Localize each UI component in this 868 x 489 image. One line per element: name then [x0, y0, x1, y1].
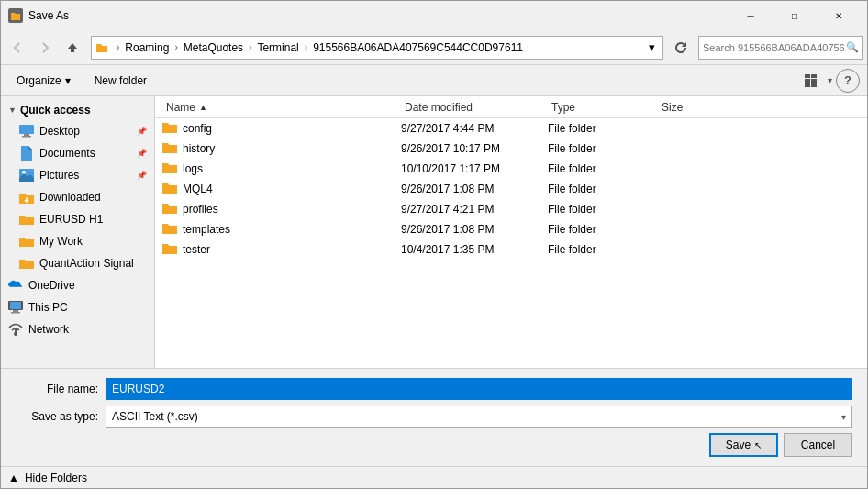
- filename-input[interactable]: [106, 378, 852, 400]
- save-button[interactable]: Save ↖: [709, 433, 778, 457]
- save-cursor-icon: ↖: [754, 440, 762, 450]
- downloaded-folder-icon: [19, 190, 34, 205]
- address-bar[interactable]: › Roaming › MetaQuotes › Terminal › 9155…: [91, 36, 663, 60]
- search-box[interactable]: 🔍: [698, 36, 863, 60]
- breadcrumb-arrow-3: ›: [249, 42, 251, 52]
- table-row[interactable]: history 9/26/2017 10:17 PM File folder: [155, 139, 867, 159]
- sidebar-item-mywork[interactable]: My Work: [1, 230, 154, 252]
- sidebar-desktop-label: Desktop: [39, 125, 135, 138]
- svg-rect-12: [10, 302, 21, 309]
- svg-rect-6: [19, 125, 34, 134]
- svg-rect-1: [811, 74, 817, 78]
- sidebar-pictures-label: Pictures: [39, 169, 135, 182]
- file-name: MQL4: [183, 183, 213, 195]
- pin-icon-documents: 📌: [137, 149, 147, 158]
- maximize-button[interactable]: □: [773, 2, 816, 29]
- file-type: File folder: [548, 243, 596, 256]
- file-type: File folder: [548, 223, 596, 236]
- hide-folders-label: Hide Folders: [25, 472, 87, 484]
- file-type: File folder: [548, 203, 596, 216]
- quick-access-chevron-icon: ▼: [8, 106, 17, 115]
- bottom-form-area: File name: Save as type: ASCII Text (*.c…: [1, 368, 867, 466]
- back-button[interactable]: [5, 35, 30, 61]
- breadcrumb-roaming[interactable]: [95, 42, 111, 53]
- organize-button[interactable]: Organize ▾: [8, 69, 79, 93]
- address-dropdown-button[interactable]: ▾: [644, 38, 659, 58]
- filename-label: File name:: [16, 383, 98, 395]
- sidebar-onedrive-label: OneDrive: [28, 279, 147, 292]
- breadcrumb-arrow-4: ›: [305, 42, 307, 52]
- sidebar-item-downloaded[interactable]: Downloaded: [1, 186, 154, 208]
- folder-icon: [162, 242, 177, 257]
- saveastype-label: Save as type:: [16, 410, 98, 423]
- table-row[interactable]: profiles 9/27/2017 4:21 PM File folder: [155, 199, 867, 219]
- file-type: File folder: [548, 142, 596, 155]
- sidebar-item-quantaction[interactable]: QuantAction Signal: [1, 252, 154, 274]
- file-date: 9/27/2017 4:21 PM: [401, 203, 494, 216]
- column-header-date[interactable]: Date modified: [401, 96, 548, 117]
- view-dropdown-arrow[interactable]: ▾: [828, 75, 832, 85]
- sidebar-item-eurusd[interactable]: EURUSD H1: [1, 208, 154, 230]
- sidebar-item-onedrive[interactable]: OneDrive: [1, 274, 154, 296]
- forward-button[interactable]: [32, 35, 58, 61]
- folder-icon: [162, 182, 177, 196]
- main-content: ▼ Quick access Desktop 📌 Documents 📌: [1, 96, 867, 368]
- file-list-header: Name ▲ Date modified Type Size: [155, 96, 867, 118]
- table-row[interactable]: logs 10/10/2017 1:17 PM File folder: [155, 159, 867, 179]
- breadcrumb-item-metaquotes[interactable]: MetaQuotes: [184, 41, 243, 54]
- breadcrumb-item-roaming[interactable]: Roaming: [125, 41, 169, 54]
- minimize-button[interactable]: ─: [729, 2, 772, 29]
- pin-icon-pictures: 📌: [137, 171, 147, 180]
- column-header-name[interactable]: Name ▲: [162, 96, 401, 117]
- search-input[interactable]: [703, 42, 846, 53]
- breadcrumb-arrow-1: ›: [117, 42, 119, 52]
- sidebar-item-desktop[interactable]: Desktop 📌: [1, 120, 154, 142]
- thispc-icon: [8, 300, 23, 315]
- help-button[interactable]: ?: [836, 69, 860, 93]
- quantaction-folder-icon: [19, 256, 34, 271]
- breadcrumb-item-guid[interactable]: 915566BA06ADA407569C544CC0D97611: [313, 41, 523, 54]
- table-row[interactable]: tester 10/4/2017 1:35 PM File folder: [155, 239, 867, 260]
- svg-rect-5: [811, 83, 817, 87]
- up-button[interactable]: [60, 35, 85, 61]
- refresh-button[interactable]: [669, 36, 693, 60]
- sidebar-item-network[interactable]: Network: [1, 318, 154, 340]
- new-folder-button[interactable]: New folder: [86, 69, 155, 93]
- folder-icon: [162, 121, 177, 136]
- hide-folders-section[interactable]: ▲ Hide Folders: [1, 466, 867, 488]
- sidebar-item-pictures[interactable]: Pictures 📌: [1, 164, 154, 186]
- quick-access-header[interactable]: ▼ Quick access: [1, 100, 154, 120]
- network-icon: [8, 322, 23, 337]
- close-button[interactable]: ✕: [818, 2, 860, 29]
- table-row[interactable]: MQL4 9/26/2017 1:08 PM File folder: [155, 179, 867, 199]
- breadcrumb-item-terminal[interactable]: Terminal: [257, 41, 298, 54]
- folder-icon: [162, 141, 177, 156]
- sidebar-item-documents[interactable]: Documents 📌: [1, 142, 154, 164]
- file-date: 9/26/2017 10:17 PM: [401, 142, 500, 155]
- eurusd-folder-icon: [19, 212, 34, 227]
- pictures-icon: [19, 168, 34, 183]
- organize-chevron-icon: ▾: [65, 74, 71, 87]
- table-row[interactable]: templates 9/26/2017 1:08 PM File folder: [155, 219, 867, 239]
- file-list: Name ▲ Date modified Type Size: [155, 96, 867, 368]
- form-buttons: Save ↖ Cancel: [16, 433, 852, 457]
- quick-access-label: Quick access: [20, 104, 91, 117]
- view-button[interactable]: [800, 69, 824, 93]
- table-row[interactable]: config 9/27/2017 4:44 PM File folder: [155, 118, 867, 139]
- cancel-button[interactable]: Cancel: [784, 433, 852, 457]
- file-name: profiles: [183, 203, 218, 216]
- sidebar-network-label: Network: [28, 323, 147, 336]
- saveastype-select[interactable]: ASCII Text (*.csv) ▾: [106, 406, 852, 428]
- svg-rect-8: [22, 136, 31, 138]
- sidebar-item-thispc[interactable]: This PC: [1, 296, 154, 318]
- documents-icon: [19, 146, 34, 161]
- svg-rect-4: [805, 83, 810, 87]
- column-header-type[interactable]: Type: [548, 96, 658, 117]
- svg-rect-16: [15, 329, 17, 334]
- sort-arrow-icon: ▲: [199, 103, 207, 112]
- file-type: File folder: [548, 162, 596, 175]
- column-header-size[interactable]: Size: [658, 96, 731, 117]
- sidebar-downloaded-label: Downloaded: [39, 191, 147, 204]
- search-icon: 🔍: [846, 41, 859, 53]
- svg-rect-7: [24, 134, 29, 136]
